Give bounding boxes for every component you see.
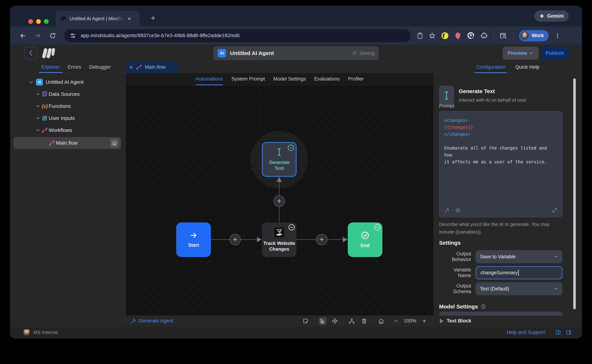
- prompt-hint: Describe what you'd like the AI to gener…: [439, 221, 562, 236]
- generate-agent-button[interactable]: Generate Agent: [131, 318, 173, 324]
- tree-item-functions[interactable]: (x) Functions: [10, 100, 125, 112]
- prompt-editor[interactable]: <changes> {{changes}} </changes> Enumara…: [439, 111, 562, 217]
- tab-quick-help[interactable]: Quick Help: [515, 64, 539, 70]
- enhance-icon[interactable]: [455, 208, 460, 213]
- agent-title[interactable]: Untitled AI Agent: [230, 50, 348, 56]
- info-icon[interactable]: [481, 304, 486, 309]
- browser-menu-icon[interactable]: [554, 32, 561, 39]
- tab-explorer[interactable]: Explorer: [41, 64, 60, 70]
- gemini-button[interactable]: Gemini: [534, 10, 569, 22]
- test-block-bar[interactable]: Test Block: [434, 316, 582, 326]
- extension-yellow-icon[interactable]: [441, 32, 448, 39]
- clipboard-icon[interactable]: [417, 32, 423, 39]
- close-tab-icon[interactable]: ×: [127, 15, 131, 22]
- workspace-name: MS Internal: [33, 330, 58, 335]
- tab-errors[interactable]: Errors: [68, 64, 81, 70]
- explorer-sidebar: Explorer Errors Debugger AI Untitled AI …: [10, 62, 126, 326]
- new-tab-button[interactable]: +: [151, 14, 156, 22]
- settings-title: Settings: [439, 240, 562, 246]
- url-text[interactable]: app.mindstudio.ai/agents/9937ce3e-b7e3-4…: [81, 33, 239, 39]
- maximize-window-button[interactable]: [44, 19, 49, 24]
- reload-icon[interactable]: [49, 32, 56, 39]
- chevron-down-icon[interactable]: [36, 116, 41, 121]
- add-block-button[interactable]: +: [230, 234, 241, 245]
- trash-icon[interactable]: [360, 317, 368, 325]
- tab-evaluations[interactable]: Evaluations: [314, 73, 340, 85]
- extensions-puzzle-icon[interactable]: [481, 32, 487, 39]
- zoom-out-button[interactable]: −: [394, 318, 398, 324]
- output-behavior-select[interactable]: Save to Variable: [475, 250, 562, 263]
- expand-icon[interactable]: [552, 208, 557, 213]
- wand-icon: [131, 318, 136, 324]
- bookmark-star-icon[interactable]: [429, 32, 435, 39]
- help-and-support-link[interactable]: Help and Support: [507, 330, 545, 335]
- tree-item-root[interactable]: AI Untitled AI Agent: [10, 76, 125, 88]
- canvas-tools: − 100% +: [302, 317, 426, 325]
- variable-name-input[interactable]: changeSummary: [475, 266, 562, 279]
- chevron-down-icon[interactable]: [36, 104, 41, 109]
- collapse-node-icon[interactable]: [374, 224, 381, 230]
- tree-item-main-flow[interactable]: Main.flow: [13, 137, 121, 149]
- move-tool-icon[interactable]: [331, 317, 339, 325]
- prompt-open-tag: <changes>: [444, 117, 557, 124]
- browser-profile-button[interactable]: Work: [519, 30, 549, 41]
- toolbar-divider: [343, 318, 343, 324]
- site-info-icon: [70, 32, 76, 39]
- chevron-down-icon[interactable]: [36, 92, 41, 97]
- tab-automations[interactable]: Automations: [196, 73, 223, 85]
- collapse-node-icon[interactable]: [289, 224, 295, 230]
- editor-tab-main-flow[interactable]: × Main.flow: [126, 62, 178, 73]
- wand-icon[interactable]: [444, 208, 450, 213]
- flow-canvas[interactable]: Generate Text Start Track Website Change…: [126, 85, 434, 316]
- ai-badge: AI: [218, 49, 226, 57]
- forward-icon[interactable]: [34, 32, 41, 39]
- agent-title-bar[interactable]: AI Untitled AI Agent Saving: [213, 46, 379, 60]
- panel-left-icon[interactable]: [555, 330, 561, 335]
- node-generate-text[interactable]: Generate Text: [262, 142, 296, 177]
- toolbar-divider: [389, 318, 390, 324]
- select-tool-icon[interactable]: [318, 317, 326, 325]
- tab-system-prompt[interactable]: System Prompt: [231, 73, 265, 85]
- back-icon[interactable]: [20, 32, 26, 39]
- tab-debugger[interactable]: Debugger: [89, 64, 111, 70]
- function-icon: (x): [41, 104, 49, 109]
- tree-item-workflows[interactable]: Workflows: [10, 124, 125, 136]
- browser-tab[interactable]: Untitled AI Agent | MindStudio ×: [56, 11, 140, 26]
- chevron-down-icon[interactable]: [36, 128, 41, 133]
- flow-editor: × Main.flow Automations System Prompt Mo…: [126, 62, 434, 326]
- chevron-down-icon: [553, 286, 558, 291]
- node-track-website-changes[interactable]: Track Website Changes: [262, 222, 296, 257]
- minimize-window-button[interactable]: [36, 19, 41, 24]
- inspector-scrollbar[interactable]: [573, 78, 576, 309]
- tab-search-icon[interactable]: [500, 32, 507, 39]
- address-bar[interactable]: app.mindstudio.ai/agents/9937ce3e-b7e3-4…: [64, 29, 411, 42]
- close-window-button[interactable]: [28, 19, 33, 24]
- output-schema-select[interactable]: Text (Default): [475, 282, 562, 295]
- text-cursor-icon: [276, 148, 282, 156]
- node-end[interactable]: End: [348, 222, 382, 257]
- collapse-node-icon[interactable]: [288, 145, 294, 151]
- sticky-note-tool-icon[interactable]: [302, 317, 309, 325]
- tree-item-data-sources[interactable]: Data Sources: [10, 88, 125, 100]
- chevron-down-icon[interactable]: [29, 79, 34, 85]
- tab-model-settings[interactable]: Model Settings: [273, 73, 306, 85]
- panel-right-icon[interactable]: [566, 330, 571, 335]
- publish-button[interactable]: Publish: [541, 47, 569, 60]
- extension-strawberry-icon[interactable]: [454, 32, 461, 39]
- field-label: Output Schema: [439, 283, 475, 294]
- extension-onepassword-icon[interactable]: [467, 32, 475, 39]
- preview-button[interactable]: Preview: [503, 47, 539, 60]
- branch-tool-icon[interactable]: [348, 317, 356, 325]
- home-tool-icon[interactable]: [377, 317, 385, 325]
- add-block-button[interactable]: +: [274, 195, 285, 207]
- home-icon[interactable]: [110, 139, 119, 147]
- app-back-button[interactable]: [24, 47, 37, 59]
- tab-configuration[interactable]: Configuration: [476, 64, 506, 70]
- zoom-in-button[interactable]: +: [422, 318, 426, 324]
- tab-profiler[interactable]: Profiler: [348, 73, 364, 85]
- tree-item-label: Functions: [49, 103, 71, 109]
- add-block-button[interactable]: +: [316, 234, 327, 245]
- close-icon[interactable]: ×: [129, 64, 133, 70]
- node-start[interactable]: Start: [176, 222, 211, 257]
- tree-item-user-inputs[interactable]: User Inputs: [10, 112, 125, 124]
